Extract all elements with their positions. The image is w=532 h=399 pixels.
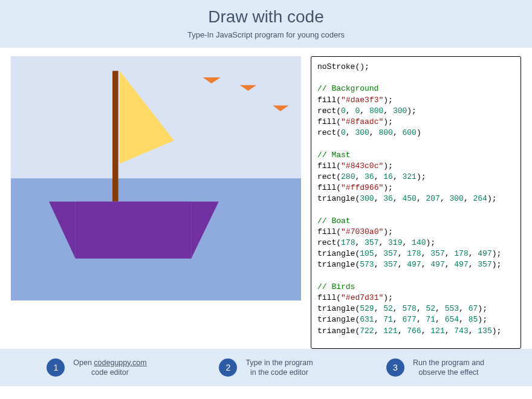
step-3: 3 Run the program and observe the effect (351, 358, 520, 378)
drawing-canvas (11, 56, 301, 300)
step-2: 2 Type in the program in the code editor (181, 358, 351, 378)
main-content: noStroke(); // Background fill("#dae3f3"… (0, 48, 532, 349)
steps-footer: 1 Open codeguppy.com code editor 2 Type … (0, 349, 532, 386)
step-1: 1 Open codeguppy.com code editor (12, 358, 181, 378)
step-2-badge: 2 (219, 358, 237, 377)
step-1-badge: 1 (47, 358, 65, 377)
page-title: Draw with code (0, 7, 532, 27)
mast (112, 71, 118, 201)
step-3-badge: 3 (386, 358, 404, 377)
header: Draw with code Type-In JavaScript progra… (0, 0, 532, 48)
page-subtitle: Type-In JavaScript program for young cod… (0, 30, 532, 39)
step-2-text: Type in the program in the code editor (245, 358, 313, 378)
step-1-text: Open codeguppy.com code editor (73, 358, 146, 378)
boat-drawing (11, 56, 301, 300)
code-listing: noStroke(); // Background fill("#dae3f3"… (311, 56, 521, 349)
codeguppy-link[interactable]: codeguppy.com (94, 358, 146, 367)
step-3-text: Run the program and observe the effect (413, 358, 484, 378)
hull-center (76, 201, 191, 258)
